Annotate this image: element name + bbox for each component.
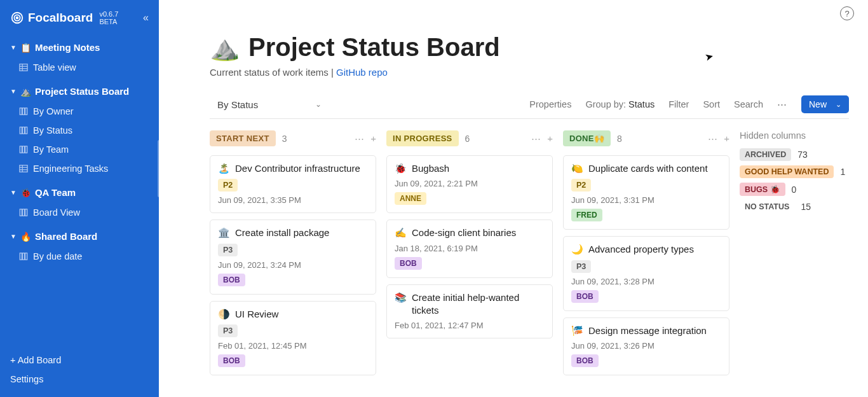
card[interactable]: 🐞BugbashJun 09, 2021, 2:21 PMANNE bbox=[386, 155, 553, 213]
app-name: Focalboard bbox=[28, 11, 93, 25]
card-emoji: ✍️ bbox=[395, 226, 407, 239]
card[interactable]: 🍋Duplicate cards with contentP2Jun 09, 2… bbox=[563, 155, 729, 230]
sort-button[interactable]: Sort bbox=[703, 99, 720, 109]
add-card-icon[interactable]: + bbox=[724, 133, 729, 144]
svg-rect-25 bbox=[25, 253, 27, 260]
card-title: Create install package bbox=[235, 226, 329, 239]
board-emoji: 🔥 bbox=[20, 232, 31, 242]
card[interactable]: ✍️Code-sign client binariesJan 18, 2021,… bbox=[386, 219, 553, 277]
filter-button[interactable]: Filter bbox=[668, 99, 689, 109]
search-button[interactable]: Search bbox=[734, 99, 763, 109]
card-emoji: 🌗 bbox=[218, 308, 230, 321]
column-label[interactable]: IN PROGRESS bbox=[386, 130, 459, 146]
sidebar-board-0[interactable]: ▼📋Meeting Notes bbox=[0, 37, 159, 58]
sidebar-view-3-0[interactable]: By due date bbox=[0, 247, 159, 266]
card-emoji: 🌙 bbox=[571, 243, 583, 256]
board-icon bbox=[19, 208, 28, 217]
column-label[interactable]: DONE🙌 bbox=[563, 130, 611, 146]
sidebar-board-2[interactable]: ▼🐞QA Team bbox=[0, 182, 159, 203]
hidden-column-item[interactable]: GOOD HELP WANTED1 bbox=[740, 165, 860, 178]
view-label: Engineering Tasks bbox=[33, 164, 108, 174]
disclosure-icon: ▼ bbox=[10, 233, 17, 240]
card-emoji: 🍋 bbox=[571, 162, 583, 175]
svg-rect-10 bbox=[20, 127, 22, 134]
svg-rect-21 bbox=[22, 209, 24, 216]
hidden-column-label: GOOD HELP WANTED bbox=[740, 165, 834, 178]
sidebar-view-2-0[interactable]: Board View bbox=[0, 203, 159, 222]
assignee-badge: BOB bbox=[218, 354, 245, 367]
column-count: 3 bbox=[282, 134, 287, 144]
sidebar-board-3[interactable]: ▼🔥Shared Board bbox=[0, 226, 159, 247]
app-logo[interactable]: Focalboard bbox=[10, 11, 93, 25]
card[interactable]: 🏛️Create install packageP3Jun 09, 2021, … bbox=[210, 219, 376, 294]
sidebar-view-1-1[interactable]: By Status bbox=[0, 121, 159, 140]
chevron-down-icon: ⌄ bbox=[836, 101, 841, 109]
card[interactable]: 🌗UI ReviewP3Feb 01, 2021, 12:45 PMBOB bbox=[210, 301, 376, 375]
column-menu-icon[interactable]: ⋯ bbox=[531, 133, 541, 144]
card-title: Bugbash bbox=[412, 162, 449, 175]
add-card-icon[interactable]: + bbox=[547, 133, 553, 144]
card[interactable]: 🏝️Dev Contributor infrastructureP2Jun 09… bbox=[210, 155, 376, 213]
hidden-column-item[interactable]: ARCHIVED73 bbox=[740, 148, 860, 161]
card-emoji: 🐞 bbox=[395, 162, 407, 175]
properties-button[interactable]: Properties bbox=[529, 99, 571, 109]
page-description[interactable]: Current status of work items | GitHub re… bbox=[210, 67, 849, 78]
more-menu-icon[interactable]: ⋯ bbox=[777, 99, 787, 109]
card-date: Feb 01, 2021, 12:47 PM bbox=[395, 321, 545, 330]
svg-rect-20 bbox=[20, 209, 22, 216]
card-date: Jan 18, 2021, 6:19 PM bbox=[395, 244, 545, 253]
sidebar-view-1-2[interactable]: By Team bbox=[0, 140, 159, 159]
board-icon bbox=[19, 252, 28, 261]
column-menu-icon[interactable]: ⋯ bbox=[708, 133, 717, 144]
help-icon[interactable]: ? bbox=[840, 6, 854, 20]
github-repo-link[interactable]: GitHub repo bbox=[336, 67, 388, 78]
sidebar-view-1-3[interactable]: Engineering Tasks bbox=[0, 159, 159, 178]
main-content: ? ➤ ⛰️ Project Status Board Current stat… bbox=[159, 0, 868, 397]
svg-rect-22 bbox=[25, 209, 27, 216]
card[interactable]: 🌙Advanced property typesP3Jun 09, 2021, … bbox=[563, 236, 729, 310]
card-title: Duplicate cards with content bbox=[588, 162, 708, 175]
collapse-sidebar-icon[interactable]: « bbox=[143, 12, 149, 24]
board-name: QA Team bbox=[35, 187, 76, 198]
hidden-column-count: 15 bbox=[801, 202, 811, 212]
priority-badge: P3 bbox=[571, 260, 591, 273]
hidden-column-item[interactable]: BUGS 🐞0 bbox=[740, 183, 860, 196]
svg-rect-13 bbox=[20, 146, 22, 153]
board-name: Shared Board bbox=[35, 231, 97, 242]
hidden-columns-header: Hidden columns bbox=[740, 130, 860, 141]
card-title: Advanced property types bbox=[588, 243, 694, 256]
svg-rect-11 bbox=[22, 127, 24, 134]
view-selector[interactable]: By Status ⌄ bbox=[214, 97, 325, 113]
table-icon bbox=[19, 164, 28, 173]
sidebar-view-0-0[interactable]: Table view bbox=[0, 58, 159, 77]
sidebar-board-1[interactable]: ▼⛰️Project Status Board bbox=[0, 81, 159, 102]
board-emoji: 📋 bbox=[20, 43, 31, 53]
group-by-button[interactable]: Group by: Status bbox=[585, 99, 654, 109]
card[interactable]: 🎏Design message integrationJun 09, 2021,… bbox=[563, 317, 729, 375]
column-label[interactable]: START NEXT bbox=[210, 130, 276, 146]
priority-badge: P2 bbox=[571, 179, 591, 192]
hidden-column-count: 1 bbox=[840, 167, 845, 177]
assignee-badge: BOB bbox=[395, 257, 422, 270]
page-title[interactable]: Project Status Board bbox=[248, 33, 500, 62]
svg-rect-24 bbox=[22, 253, 24, 260]
add-board-button[interactable]: + Add Board bbox=[10, 355, 149, 365]
card-date: Jun 09, 2021, 3:24 PM bbox=[218, 260, 368, 270]
board-emoji: ⛰️ bbox=[20, 87, 31, 97]
assignee-badge: BOB bbox=[571, 290, 599, 303]
settings-link[interactable]: Settings bbox=[10, 374, 149, 384]
card-date: Jun 09, 2021, 2:21 PM bbox=[395, 179, 545, 188]
hidden-columns: Hidden columnsARCHIVED73GOOD HELP WANTED… bbox=[740, 130, 860, 218]
hidden-column-item[interactable]: NO STATUS15 bbox=[740, 200, 860, 213]
card-emoji: 📚 bbox=[395, 291, 407, 304]
board-emoji[interactable]: ⛰️ bbox=[210, 34, 240, 62]
svg-point-2 bbox=[17, 17, 18, 19]
column-menu-icon[interactable]: ⋯ bbox=[355, 133, 364, 144]
card[interactable]: 📚Create initial help-wanted ticketsFeb 0… bbox=[386, 284, 553, 339]
new-button[interactable]: New ⌄ bbox=[801, 95, 849, 113]
svg-rect-8 bbox=[22, 108, 24, 115]
sidebar-view-1-0[interactable]: By Owner bbox=[0, 102, 159, 121]
view-label: By Team bbox=[33, 144, 69, 155]
add-card-icon[interactable]: + bbox=[370, 133, 376, 144]
hidden-column-label: NO STATUS bbox=[740, 200, 794, 213]
